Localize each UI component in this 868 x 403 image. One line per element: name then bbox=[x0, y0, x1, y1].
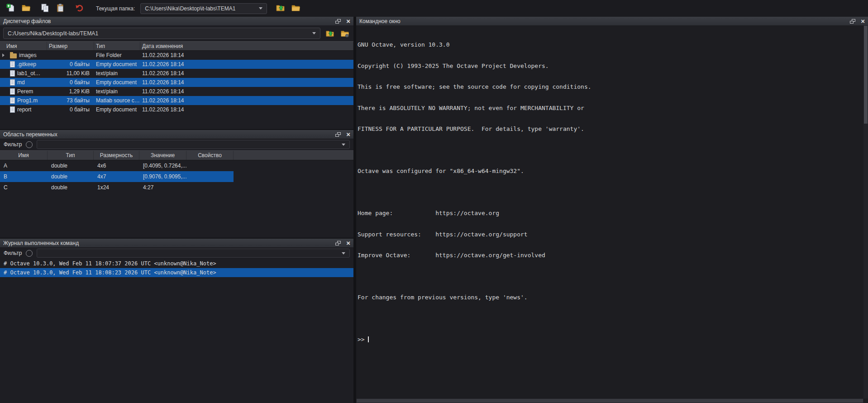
file-list: images File Folder 11.02.2026 18:14 .git… bbox=[0, 51, 353, 114]
browse-directories-button[interactable] bbox=[339, 28, 350, 39]
text-cursor bbox=[368, 336, 369, 342]
file-icon bbox=[10, 88, 15, 95]
folder-up-icon bbox=[276, 3, 285, 14]
folder-actions-icon bbox=[340, 29, 349, 38]
column-header-name[interactable]: Имя bbox=[0, 42, 47, 50]
command-history-panel: Журнал выполненных команд Фильтр # bbox=[0, 239, 353, 403]
workspace-panel: Область переменных Фильтр bbox=[0, 130, 353, 238]
history-filter-combobox[interactable] bbox=[37, 249, 350, 258]
file-row[interactable]: md 0 байты Empty document 11.02.2026 18:… bbox=[0, 78, 353, 87]
copy-button[interactable] bbox=[38, 2, 52, 15]
horizontal-scrollbar[interactable] bbox=[356, 398, 863, 403]
history-entry[interactable]: # Octave 10.3.0, Wed Feb 11 18:08:23 202… bbox=[0, 268, 353, 277]
folder-icon bbox=[10, 53, 17, 58]
variable-row[interactable]: B double 4x7 [0.9076, 0.9095,... bbox=[0, 171, 234, 182]
browse-folder-button[interactable] bbox=[289, 2, 302, 15]
history-entry[interactable]: # Octave 10.3.0, Wed Feb 11 18:07:37 202… bbox=[0, 259, 353, 268]
left-dock: Диспетчер файлов C:/Users/Nika/Desktop/i… bbox=[0, 17, 353, 403]
file-icon bbox=[10, 97, 15, 104]
chevron-down-icon bbox=[312, 32, 316, 34]
filter-checkbox[interactable] bbox=[26, 250, 33, 257]
file-row[interactable]: Prog1.m 73 байты Matlab source c… 11.02.… bbox=[0, 96, 353, 105]
file-name: report bbox=[17, 106, 31, 113]
folder-up-button[interactable] bbox=[273, 2, 287, 15]
panel-title: Командное окно bbox=[359, 18, 401, 24]
file-icon bbox=[10, 61, 15, 67]
undock-icon[interactable] bbox=[335, 19, 341, 24]
file-row[interactable]: .gitkeep 0 байты Empty document 11.02.20… bbox=[0, 60, 353, 69]
undock-icon[interactable] bbox=[335, 241, 341, 245]
variable-row[interactable]: C double 1x24 4:27 bbox=[0, 182, 234, 193]
file-row[interactable]: report 0 байты Empty document 11.02.2026… bbox=[0, 105, 353, 114]
copy-icon bbox=[40, 3, 50, 14]
browse-folder-icon bbox=[291, 3, 300, 14]
new-script-button[interactable] bbox=[4, 2, 17, 15]
scrollbar-thumb[interactable] bbox=[864, 26, 868, 124]
folder-up-icon bbox=[325, 29, 334, 38]
open-folder-icon bbox=[21, 3, 31, 14]
file-icon bbox=[10, 70, 15, 77]
command-history-titlebar: Журнал выполненных команд bbox=[0, 239, 353, 247]
filter-label: Фильтр bbox=[4, 250, 22, 256]
chevron-down-icon bbox=[342, 144, 345, 146]
chevron-down-icon bbox=[259, 7, 262, 10]
panel-title: Область переменных bbox=[3, 131, 57, 138]
column-header-name[interactable]: Имя bbox=[0, 151, 48, 160]
file-browser-path-combobox[interactable]: C:/Users/Nika/Desktop/it-labs/TEMA1 bbox=[3, 28, 320, 39]
undo-icon bbox=[75, 3, 84, 14]
command-window-panel: Командное окно GNU Octave, version 10.3.… bbox=[356, 17, 868, 403]
prompt-text: >> bbox=[358, 336, 365, 343]
command-prompt[interactable]: >> bbox=[358, 336, 862, 343]
vertical-scrollbar[interactable] bbox=[863, 25, 868, 398]
close-icon[interactable] bbox=[346, 240, 350, 246]
file-name: images bbox=[19, 52, 37, 58]
close-icon[interactable] bbox=[346, 18, 350, 24]
file-name: Prog1.m bbox=[17, 97, 38, 104]
workspace-filter-combobox[interactable] bbox=[37, 140, 350, 149]
new-file-icon bbox=[6, 3, 15, 14]
file-browser-panel: Диспетчер файлов C:/Users/Nika/Desktop/i… bbox=[0, 17, 353, 129]
file-row[interactable]: images File Folder 11.02.2026 18:14 bbox=[0, 51, 353, 60]
file-browser-path: C:/Users/Nika/Desktop/it-labs/TEMA1 bbox=[8, 30, 98, 37]
column-header-type[interactable]: Тип bbox=[48, 151, 94, 160]
filter-label: Фильтр bbox=[4, 141, 22, 148]
file-name: md bbox=[17, 79, 25, 86]
file-table-header[interactable]: Имя Размер Тип Дата изменения bbox=[0, 41, 353, 51]
open-file-button[interactable] bbox=[19, 2, 33, 15]
undo-button[interactable] bbox=[72, 2, 86, 15]
octave-main-window: Текущая папка: C:\Users\Nika\Desktop\it-… bbox=[0, 0, 868, 403]
undock-icon[interactable] bbox=[850, 19, 855, 24]
main-area: Диспетчер файлов C:/Users/Nika/Desktop/i… bbox=[0, 17, 868, 403]
column-header-size[interactable]: Размер bbox=[47, 42, 94, 50]
history-filter-row: Фильтр bbox=[0, 247, 353, 259]
close-icon[interactable] bbox=[861, 18, 865, 24]
scrollbar-thumb[interactable] bbox=[357, 399, 863, 403]
current-folder-combobox[interactable]: C:\Users\Nika\Desktop\it-labs\TEMA1 bbox=[140, 3, 267, 14]
expand-chevron-icon[interactable] bbox=[2, 52, 8, 58]
file-row[interactable]: Perem 1,29 KiB text/plain 11.02.2026 18:… bbox=[0, 87, 353, 96]
command-window-output[interactable]: GNU Octave, version 10.3.0 Copyright (C)… bbox=[356, 25, 868, 403]
panel-title: Журнал выполненных команд bbox=[3, 240, 79, 246]
file-icon bbox=[10, 106, 15, 113]
undock-icon[interactable] bbox=[335, 132, 341, 137]
workspace-table-header[interactable]: Имя Тип Размерность Значение Свойство bbox=[0, 150, 353, 160]
paste-icon bbox=[56, 3, 65, 14]
column-header-type[interactable]: Тип bbox=[94, 42, 140, 50]
variable-row[interactable]: A double 4x6 [0.4095, 0.7264,... bbox=[0, 160, 234, 171]
file-row[interactable]: lab1_ot… 11,00 KiB text/plain 11.02.2026… bbox=[0, 69, 353, 78]
command-window-titlebar: Командное окно bbox=[356, 17, 868, 25]
column-header-value[interactable]: Значение bbox=[139, 151, 186, 160]
close-icon[interactable] bbox=[346, 131, 350, 137]
one-directory-up-button[interactable] bbox=[324, 28, 335, 39]
column-header-date[interactable]: Дата изменения bbox=[140, 42, 353, 50]
filter-checkbox[interactable] bbox=[26, 141, 33, 148]
file-browser-path-row: C:/Users/Nika/Desktop/it-labs/TEMA1 bbox=[0, 25, 353, 41]
main-toolbar: Текущая папка: C:\Users\Nika\Desktop\it-… bbox=[0, 0, 868, 17]
paste-button[interactable] bbox=[53, 2, 67, 15]
column-header-dims[interactable]: Размерность bbox=[94, 151, 139, 160]
variable-list: A double 4x6 [0.4095, 0.7264,... B doubl… bbox=[0, 160, 353, 193]
current-folder-path: C:\Users\Nika\Desktop\it-labs\TEMA1 bbox=[145, 5, 235, 12]
column-header-attr[interactable]: Свойство bbox=[186, 151, 234, 160]
panel-title: Диспетчер файлов bbox=[3, 18, 51, 24]
chevron-down-icon bbox=[342, 252, 345, 254]
